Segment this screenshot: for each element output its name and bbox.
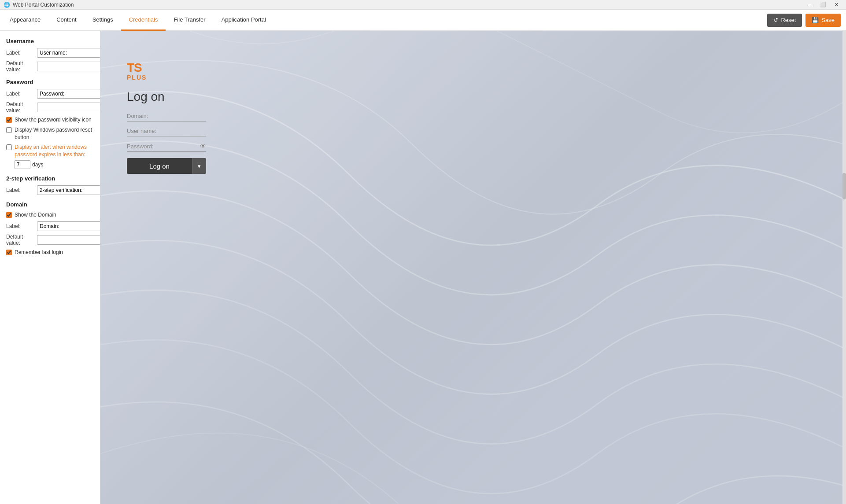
username-default-row: Default value: [6, 60, 94, 73]
show-domain-label: Show the Domain [15, 211, 56, 219]
windows-reset-checkbox[interactable] [6, 127, 12, 133]
alert-expiry-row: Display an alert when windows password e… [6, 143, 94, 169]
twostep-label-input[interactable] [37, 185, 100, 195]
username-label-input[interactable] [37, 48, 100, 58]
minimize-button[interactable]: − [804, 0, 816, 9]
alert-expiry-checkbox[interactable] [6, 144, 12, 150]
preview-panel: TS PLUS Log on 👁 Log on ▾ [100, 31, 846, 504]
ts-logo-plus: PLUS [127, 74, 206, 81]
password-default-input[interactable] [37, 103, 100, 112]
username-default-label: Default value: [6, 60, 37, 73]
domain-default-input[interactable] [37, 235, 100, 245]
tab-settings[interactable]: Settings [85, 10, 121, 31]
ts-logo-ts: TS [127, 62, 206, 74]
app-icon: 🌐 [4, 2, 10, 8]
show-visibility-checkbox[interactable] [6, 117, 12, 123]
tabs-container: Appearance Content Settings Credentials … [2, 10, 274, 30]
show-domain-row: Show the Domain [6, 211, 94, 219]
title-bar: 🌐 Web Portal Customization − ⬜ ✕ [0, 0, 846, 10]
dropdown-arrow-icon: ▾ [198, 163, 201, 169]
toolbar-right: ↺ Reset 💾 Save [767, 10, 844, 30]
days-input[interactable] [15, 160, 30, 169]
domain-label-row: Label: [6, 221, 94, 231]
domain-label-label: Label: [6, 223, 37, 229]
twostep-section-title: 2-step verification [6, 175, 94, 182]
days-suffix-label: days [32, 162, 43, 168]
tab-credentials[interactable]: Credentials [121, 10, 166, 31]
login-card: TS PLUS Log on 👁 Log on ▾ [118, 53, 215, 183]
domain-preview-input[interactable] [127, 113, 206, 119]
username-field [127, 128, 206, 136]
show-visibility-row: Show the password visibility icon [6, 116, 94, 124]
save-icon: 💾 [812, 17, 819, 23]
ts-logo: TS PLUS [127, 62, 206, 81]
reset-button[interactable]: ↺ Reset [767, 14, 802, 27]
password-label-label: Label: [6, 91, 37, 97]
scroll-indicator [842, 31, 846, 504]
logon-arrow-button[interactable]: ▾ [192, 158, 206, 174]
username-label-row: Label: [6, 48, 94, 58]
logon-button[interactable]: Log on [127, 158, 192, 174]
domain-section-title: Domain [6, 201, 94, 208]
remember-login-checkbox[interactable] [6, 250, 12, 255]
password-label-input[interactable] [37, 89, 100, 99]
password-field: 👁 [127, 143, 206, 152]
windows-reset-label: Display Windows password reset button [15, 126, 94, 141]
restore-button[interactable]: ⬜ [817, 0, 829, 9]
domain-label-input[interactable] [37, 221, 100, 231]
scroll-thumb[interactable] [842, 173, 846, 199]
eye-icon[interactable]: 👁 [200, 143, 206, 150]
password-default-label: Default value: [6, 101, 37, 114]
left-panel: Username Label: Default value: Password … [0, 31, 100, 504]
show-domain-checkbox[interactable] [6, 212, 12, 218]
twostep-label-row: Label: [6, 185, 94, 195]
tab-file-transfer[interactable]: File Transfer [166, 10, 213, 31]
remember-login-row: Remember last login [6, 249, 94, 256]
username-default-input[interactable] [37, 62, 100, 71]
windows-reset-row: Display Windows password reset button [6, 126, 94, 141]
main-layout: Username Label: Default value: Password … [0, 31, 846, 504]
username-label-label: Label: [6, 50, 37, 56]
tab-application-portal[interactable]: Application Portal [214, 10, 274, 31]
username-section-title: Username [6, 38, 94, 44]
window-title: Web Portal Customization [13, 2, 74, 8]
save-button[interactable]: 💾 Save [805, 14, 841, 27]
domain-field [127, 113, 206, 121]
password-preview-input[interactable] [127, 143, 200, 150]
close-button[interactable]: ✕ [830, 0, 842, 9]
twostep-label-label: Label: [6, 187, 37, 193]
show-visibility-label: Show the password visibility icon [15, 116, 92, 124]
domain-default-label: Default value: [6, 234, 37, 246]
alert-expiry-label: Display an alert when windows password e… [15, 143, 94, 158]
logon-btn-row: Log on ▾ [127, 158, 206, 174]
remember-login-label: Remember last login [15, 249, 63, 256]
tab-bar: Appearance Content Settings Credentials … [0, 10, 846, 31]
username-preview-input[interactable] [127, 128, 206, 134]
password-section-title: Password [6, 79, 94, 85]
login-title: Log on [127, 90, 206, 104]
reset-icon: ↺ [773, 17, 778, 23]
tab-content[interactable]: Content [48, 10, 85, 31]
tab-appearance[interactable]: Appearance [2, 10, 48, 31]
domain-default-row: Default value: [6, 234, 94, 246]
password-default-row: Default value: [6, 101, 94, 114]
password-label-row: Label: [6, 89, 94, 99]
